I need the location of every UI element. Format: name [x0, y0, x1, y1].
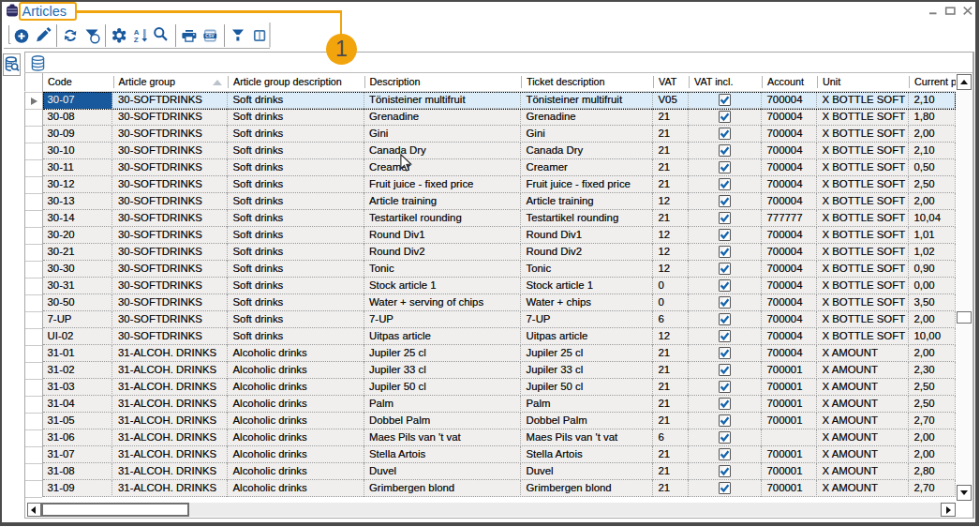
- svg-text:CSV: CSV: [205, 34, 215, 38]
- svg-text:Z: Z: [134, 36, 139, 44]
